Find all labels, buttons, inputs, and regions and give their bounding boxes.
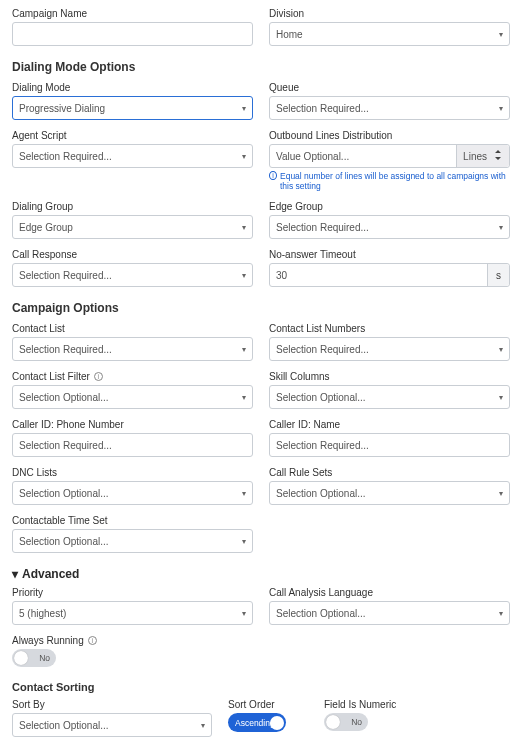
- info-icon: i: [88, 636, 97, 645]
- contact-list-numbers-label: Contact List Numbers: [269, 323, 510, 334]
- division-label: Division: [269, 8, 510, 19]
- contact-list-label: Contact List: [12, 323, 253, 334]
- skill-columns-select[interactable]: Selection Optional... ▾: [269, 385, 510, 409]
- chevron-down-icon: ▾: [242, 609, 246, 618]
- no-answer-timeout-label: No-answer Timeout: [269, 249, 510, 260]
- info-icon: i: [94, 372, 103, 381]
- contactable-time-set-value: Selection Optional...: [19, 536, 109, 547]
- call-rule-sets-label: Call Rule Sets: [269, 467, 510, 478]
- call-analysis-language-value: Selection Optional...: [276, 608, 366, 619]
- sort-order-toggle[interactable]: Ascending: [228, 713, 286, 732]
- outbound-lines-addon[interactable]: Lines: [456, 145, 509, 167]
- contact-list-numbers-select[interactable]: Selection Required... ▾: [269, 337, 510, 361]
- sort-order-label: Sort Order: [228, 699, 308, 710]
- lines-addon-text: Lines: [463, 151, 487, 162]
- dnc-lists-label: DNC Lists: [12, 467, 253, 478]
- call-analysis-language-label: Call Analysis Language: [269, 587, 510, 598]
- edge-group-select[interactable]: Selection Required... ▾: [269, 215, 510, 239]
- contact-list-filter-value: Selection Optional...: [19, 392, 109, 403]
- edge-group-label: Edge Group: [269, 201, 510, 212]
- outbound-lines-label: Outbound Lines Distribution: [269, 130, 510, 141]
- chevron-down-icon: ▾: [499, 223, 503, 232]
- dnc-lists-select[interactable]: Selection Optional... ▾: [12, 481, 253, 505]
- queue-select[interactable]: Selection Required... ▾: [269, 96, 510, 120]
- field-is-numeric-state: No: [351, 717, 362, 727]
- chevron-down-icon: ▾: [242, 489, 246, 498]
- contact-list-filter-select[interactable]: Selection Optional... ▾: [12, 385, 253, 409]
- toggle-knob: [326, 715, 340, 729]
- chevron-down-icon: ▾: [242, 537, 246, 546]
- caller-id-phone-input[interactable]: Selection Required...: [12, 433, 253, 457]
- agent-script-label: Agent Script: [12, 130, 253, 141]
- always-running-toggle[interactable]: No: [12, 649, 56, 667]
- contact-list-numbers-value: Selection Required...: [276, 344, 369, 355]
- sort-by-select[interactable]: Selection Optional... ▾: [12, 713, 212, 737]
- campaign-options-title: Campaign Options: [12, 301, 510, 315]
- chevron-down-icon: ▾: [242, 345, 246, 354]
- chevron-down-icon: ▾: [201, 721, 205, 730]
- campaign-name-input[interactable]: [12, 22, 253, 46]
- toggle-knob: [14, 651, 28, 665]
- sort-icon: [493, 150, 503, 162]
- dnc-lists-value: Selection Optional...: [19, 488, 109, 499]
- chevron-down-icon: ▾: [499, 345, 503, 354]
- always-running-state: No: [39, 653, 50, 663]
- no-answer-timeout-value: 30: [270, 270, 487, 281]
- call-analysis-language-select[interactable]: Selection Optional... ▾: [269, 601, 510, 625]
- queue-label: Queue: [269, 82, 510, 93]
- call-rule-sets-select[interactable]: Selection Optional... ▾: [269, 481, 510, 505]
- agent-script-select[interactable]: Selection Required... ▾: [12, 144, 253, 168]
- dialing-group-label: Dialing Group: [12, 201, 253, 212]
- caller-id-name-label: Caller ID: Name: [269, 419, 510, 430]
- agent-script-value: Selection Required...: [19, 151, 112, 162]
- priority-label: Priority: [12, 587, 253, 598]
- chevron-down-icon: ▾: [499, 609, 503, 618]
- no-answer-timeout-input[interactable]: 30 s: [269, 263, 510, 287]
- no-answer-timeout-unit: s: [487, 264, 509, 286]
- campaign-name-label: Campaign Name: [12, 8, 253, 19]
- contact-list-value: Selection Required...: [19, 344, 112, 355]
- dialing-mode-select[interactable]: Progressive Dialing ▾: [12, 96, 253, 120]
- edge-group-value: Selection Required...: [276, 222, 369, 233]
- skill-columns-value: Selection Optional...: [276, 392, 366, 403]
- chevron-down-icon: ▾: [242, 104, 246, 113]
- call-rule-sets-value: Selection Optional...: [276, 488, 366, 499]
- dialing-group-select[interactable]: Edge Group ▾: [12, 215, 253, 239]
- outbound-lines-note: i Equal number of lines will be assigned…: [269, 171, 510, 191]
- info-icon: i: [269, 171, 277, 180]
- skill-columns-label: Skill Columns: [269, 371, 510, 382]
- always-running-label: Always Running i: [12, 635, 253, 646]
- sort-by-value: Selection Optional...: [19, 720, 109, 731]
- dialing-mode-label: Dialing Mode: [12, 82, 253, 93]
- chevron-down-icon: ▾: [242, 223, 246, 232]
- priority-select[interactable]: 5 (highest) ▾: [12, 601, 253, 625]
- outbound-lines-value: Value Optional...: [270, 151, 456, 162]
- dialing-mode-options-title: Dialing Mode Options: [12, 60, 510, 74]
- caller-id-name-input[interactable]: Selection Required...: [269, 433, 510, 457]
- queue-value: Selection Required...: [276, 103, 369, 114]
- advanced-toggle[interactable]: ▾ Advanced: [12, 567, 510, 581]
- chevron-down-icon: ▾: [242, 393, 246, 402]
- field-is-numeric-label: Field Is Numeric: [324, 699, 414, 710]
- chevron-down-icon: ▾: [242, 271, 246, 280]
- division-select[interactable]: Home ▾: [269, 22, 510, 46]
- sort-by-label: Sort By: [12, 699, 212, 710]
- chevron-down-icon: ▾: [499, 30, 503, 39]
- contact-list-select[interactable]: Selection Required... ▾: [12, 337, 253, 361]
- field-is-numeric-toggle[interactable]: No: [324, 713, 368, 731]
- chevron-down-icon: ▾: [499, 104, 503, 113]
- toggle-knob: [270, 716, 284, 730]
- call-response-value: Selection Required...: [19, 270, 112, 281]
- dialing-mode-value: Progressive Dialing: [19, 103, 105, 114]
- caller-id-phone-label: Caller ID: Phone Number: [12, 419, 253, 430]
- contactable-time-set-label: Contactable Time Set: [12, 515, 253, 526]
- contact-list-filter-label: Contact List Filter i: [12, 371, 253, 382]
- outbound-lines-select[interactable]: Value Optional... Lines: [269, 144, 510, 168]
- contactable-time-set-select[interactable]: Selection Optional... ▾: [12, 529, 253, 553]
- chevron-down-icon: ▾: [499, 489, 503, 498]
- chevron-down-icon: ▾: [242, 152, 246, 161]
- advanced-label: Advanced: [22, 567, 79, 581]
- contact-sorting-title: Contact Sorting: [12, 681, 510, 693]
- call-response-select[interactable]: Selection Required... ▾: [12, 263, 253, 287]
- call-response-label: Call Response: [12, 249, 253, 260]
